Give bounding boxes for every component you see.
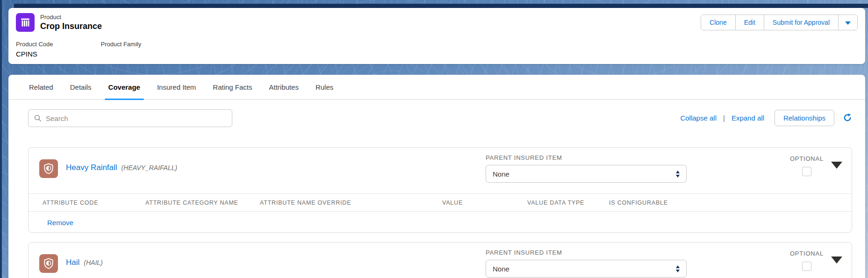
clone-button[interactable]: Clone [701, 15, 736, 30]
coverage-title: Hail (HAIL) [66, 258, 103, 267]
optional-checkbox[interactable] [802, 262, 811, 271]
coverage-shield-icon [39, 254, 58, 273]
header-action-group: Clone Edit Submit for Approval [701, 14, 858, 30]
refresh-button[interactable] [843, 113, 852, 122]
left-edge-strip [0, 0, 2, 278]
coverage-code: (HAIL) [84, 259, 102, 266]
parent-insured-item-select[interactable]: None [486, 165, 687, 183]
page-title: Crop Insurance [40, 21, 102, 31]
record-header-top: Product Crop Insurance Clone Edit Submit… [8, 8, 865, 37]
column-value-data-type: VALUE DATA TYPE [527, 200, 584, 206]
coverage-card-hail: Hail (HAIL) PARENT INSURED ITEM None OPT… [28, 242, 852, 278]
product-code-field: Product Code CPINS [16, 41, 53, 58]
search-icon [34, 114, 42, 122]
tab-coverage[interactable]: Coverage [100, 75, 149, 100]
product-icon [16, 13, 35, 32]
column-is-configurable: IS CONFIGURABLE [609, 200, 668, 206]
record-highlight-fields: Product Code CPINS Product Family [16, 41, 141, 58]
optional-label: OPTIONAL [772, 155, 842, 162]
parent-insured-item-select[interactable]: None [486, 260, 687, 278]
tab-details[interactable]: Details [62, 75, 100, 100]
coverage-toolbar: Collapse all | Expand all Relationships [8, 107, 865, 128]
shield-glyph [43, 257, 55, 270]
select-spinner-icon [676, 265, 680, 272]
card-footer-row: Remove [47, 219, 73, 227]
tab-rules[interactable]: Rules [307, 75, 342, 100]
optional-label: OPTIONAL [772, 250, 842, 257]
coverage-code: (HEAVY_RAIFALL) [122, 164, 178, 171]
select-spinner-icon [676, 171, 680, 178]
column-attribute-code: ATTRIBUTE CODE [43, 200, 98, 206]
spinner-down-icon [676, 175, 680, 178]
coverage-card-heavy-rainfall: Heavy Rainfall (HEAVY_RAIFALL) PARENT IN… [28, 147, 852, 233]
spinner-down-icon [676, 270, 680, 272]
parent-insured-item-block: PARENT INSURED ITEM None [486, 154, 687, 183]
tab-insured-item[interactable]: Insured Item [149, 75, 204, 100]
tab-attributes[interactable]: Attributes [261, 75, 307, 100]
submit-for-approval-button[interactable]: Submit for Approval [764, 15, 839, 30]
parent-insured-item-block: PARENT INSURED ITEM None [486, 249, 687, 278]
tab-rating-facts[interactable]: Rating Facts [204, 75, 260, 100]
column-attribute-name-override: ATTRIBUTE NAME OVERRIDE [260, 200, 351, 206]
tab-strip: Related Details Coverage Insured Item Ra… [8, 75, 865, 100]
search-input[interactable] [46, 114, 226, 122]
parent-insured-item-label: PARENT INSURED ITEM [486, 249, 687, 256]
product-columns-glyph [20, 17, 31, 28]
coverage-name-link[interactable]: Hail [66, 258, 79, 267]
column-value: VALUE [442, 200, 463, 206]
coverage-title: Heavy Rainfall (HEAVY_RAIFALL) [66, 163, 177, 172]
edit-button[interactable]: Edit [736, 15, 764, 30]
search-box[interactable] [28, 109, 232, 127]
tab-related[interactable]: Related [21, 75, 62, 100]
record-header-card: Product Crop Insurance Clone Edit Submit… [8, 8, 865, 64]
toolbar-right: Collapse all | Expand all Relationships [680, 107, 852, 128]
collapse-card-icon[interactable] [831, 257, 842, 264]
collapse-card-icon[interactable] [831, 162, 842, 169]
parent-insured-item-value: None [493, 265, 509, 273]
record-titles: Product Crop Insurance [40, 14, 102, 31]
product-code-label: Product Code [16, 41, 53, 48]
top-navy-bar [14, 4, 868, 8]
link-divider: | [723, 114, 725, 122]
refresh-icon [843, 113, 852, 122]
product-family-field: Product Family [101, 41, 142, 58]
parent-insured-item-value: None [493, 170, 509, 178]
record-body-card: Related Details Coverage Insured Item Ra… [8, 75, 865, 278]
spinner-up-icon [676, 171, 680, 173]
coverage-name-link[interactable]: Heavy Rainfall [66, 163, 117, 172]
optional-checkbox[interactable] [802, 167, 811, 176]
relationships-button[interactable]: Relationships [775, 110, 834, 126]
chevron-down-icon [845, 21, 851, 25]
product-code-value: CPINS [16, 50, 53, 58]
entity-label: Product [40, 14, 102, 21]
collapse-all-link[interactable]: Collapse all [680, 114, 717, 122]
shield-glyph [43, 163, 55, 175]
attribute-table-header: ATTRIBUTE CODE ATTRIBUTE CATEGORY NAME A… [29, 193, 852, 212]
parent-insured-item-label: PARENT INSURED ITEM [486, 154, 687, 161]
remove-link[interactable]: Remove [47, 219, 73, 227]
coverage-shield-icon [39, 159, 58, 178]
expand-all-link[interactable]: Expand all [732, 114, 764, 122]
more-actions-button[interactable] [839, 15, 857, 30]
column-attribute-category-name: ATTRIBUTE CATEGORY NAME [145, 200, 238, 206]
spinner-up-icon [676, 265, 680, 268]
product-family-label: Product Family [101, 41, 142, 48]
